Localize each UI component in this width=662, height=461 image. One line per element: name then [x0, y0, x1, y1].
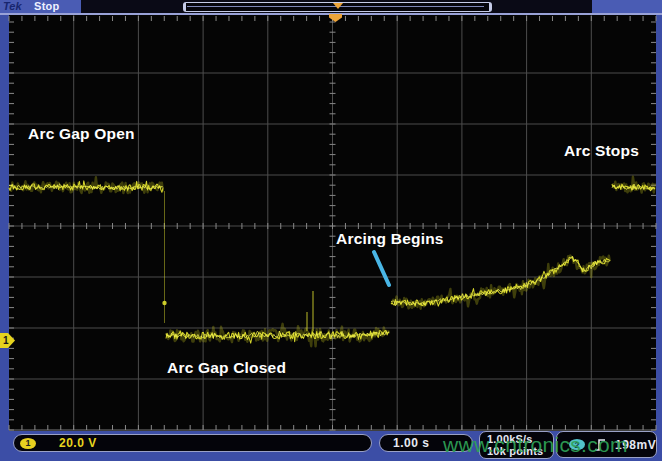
- watermark-text: www.cntronics.com: [443, 433, 628, 457]
- record-view-bar: [183, 2, 492, 12]
- ch1-scale-box: 1 20.0 V: [13, 434, 372, 452]
- annotation-arc-gap-closed: Arc Gap Closed: [167, 359, 286, 377]
- graticule-and-waveform-canvas: [0, 0, 662, 461]
- timebase-value: 1.00 s: [393, 436, 429, 450]
- ch1-scale-value: 20.0 V: [59, 436, 97, 450]
- ch1-badge-icon: 1: [20, 438, 36, 449]
- tek-logo: Tek: [3, 0, 22, 12]
- record-view-line: [187, 6, 484, 7]
- annotation-arcing-begins: Arcing Begins: [336, 230, 444, 248]
- oscilloscope-screen: Tek Stop 1 Arc Gap Open Arcing Begins Ar…: [0, 0, 662, 461]
- header-bar: Tek Stop: [0, 0, 662, 13]
- annotation-arc-stops: Arc Stops: [564, 142, 639, 160]
- header-right-blue: [592, 0, 662, 13]
- annotation-arc-gap-open: Arc Gap Open: [28, 125, 135, 143]
- acquisition-status: Stop: [34, 0, 60, 12]
